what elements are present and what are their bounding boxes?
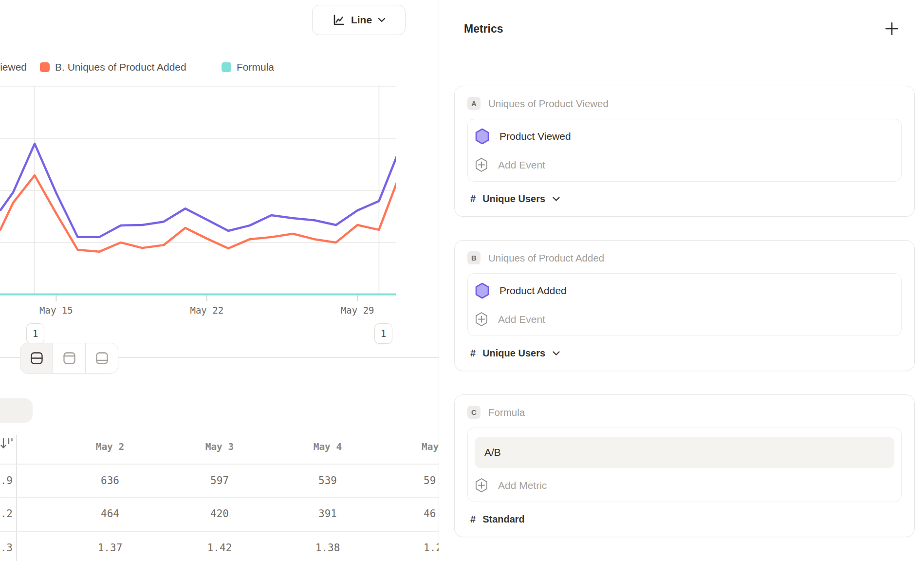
chart-type-label: Line — [351, 14, 372, 26]
sort-descending-icon[interactable] — [0, 437, 14, 450]
formula-input[interactable]: A/B — [475, 437, 894, 468]
layout-split-view-button[interactable] — [20, 343, 53, 373]
chart-pane: Line A. Uniques of Product Viewed B. Uni… — [0, 0, 439, 561]
legend-swatch-c — [222, 62, 231, 72]
annotation-marker-right[interactable]: 1 — [374, 323, 392, 344]
gridlines — [0, 86, 396, 295]
table-cell: 420 — [166, 507, 274, 521]
metric-card-b-header: B Uniques of Product Added — [467, 251, 902, 264]
table-row-border — [0, 497, 439, 498]
number-hash-icon: # — [470, 193, 476, 205]
add-event-label: Add Event — [498, 159, 545, 171]
series-lines — [0, 144, 397, 294]
frozen-cell-clipped: .2 — [0, 507, 13, 521]
number-hash-icon: # — [470, 348, 476, 359]
table-cell: 636 — [56, 474, 164, 487]
table-cell: 1.42 — [166, 541, 274, 555]
layout-table-only-button[interactable] — [85, 343, 118, 373]
chart-type-dropdown[interactable]: Line — [312, 5, 406, 35]
table-cell-clipped: 1.2 — [424, 541, 439, 555]
event-hexagon-icon — [475, 128, 490, 145]
event-row-product-viewed[interactable]: Product Viewed — [475, 128, 894, 145]
chevron-down-icon — [378, 18, 386, 22]
column-header-clipped[interactable]: May — [422, 440, 439, 454]
app-root: Line A. Uniques of Product Viewed B. Uni… — [0, 0, 924, 561]
add-metric-plus-button[interactable] — [884, 20, 900, 37]
frozen-cell-clipped: .3 — [0, 541, 13, 555]
table-cell: 464 — [56, 507, 164, 521]
metric-badge-c: C — [467, 406, 480, 419]
x-axis-label: May 29 — [341, 305, 374, 316]
table-cell: 1.38 — [274, 541, 382, 555]
metric-title-a: Uniques of Product Viewed — [488, 98, 609, 110]
measurement-label-a: Unique Users — [482, 193, 545, 205]
event-hexagon-icon — [475, 282, 490, 299]
measurement-label-c: Standard — [482, 514, 525, 525]
x-axis-label: May 22 — [190, 305, 223, 316]
measurement-label-b: Unique Users — [482, 348, 545, 359]
chevron-down-icon — [552, 196, 560, 202]
add-metric-label: Add Metric — [498, 480, 547, 491]
metric-card-a: A Uniques of Product Viewed Product View… — [454, 86, 915, 217]
table-cell-clipped: 59 — [424, 474, 439, 487]
column-header[interactable]: May 2 — [56, 440, 164, 454]
event-selector-b: Product Added Add Event — [467, 273, 902, 336]
measurement-dropdown-b[interactable]: # Unique Users — [467, 348, 902, 359]
measurement-dropdown-a[interactable]: # Unique Users — [467, 193, 902, 205]
metric-card-a-header: A Uniques of Product Viewed — [467, 97, 902, 110]
event-row-product-added[interactable]: Product Added — [475, 282, 894, 299]
split-view-icon — [30, 352, 44, 365]
add-event-row-a[interactable]: Add Event — [475, 157, 894, 172]
event-label: Product Added — [499, 285, 567, 297]
add-event-hexagon-plus-icon — [475, 157, 488, 172]
event-label: Product Viewed — [499, 131, 571, 142]
line-chart: May 15May 22May 29 — [0, 83, 397, 326]
add-event-row-b[interactable]: Add Event — [475, 312, 894, 327]
legend-label-c: Formula — [237, 61, 274, 73]
column-header[interactable]: May 3 — [166, 440, 274, 454]
event-selector-a: Product Viewed Add Event — [467, 119, 902, 182]
legend-item-c[interactable]: Formula — [222, 61, 274, 73]
add-metric-hexagon-plus-icon — [475, 478, 488, 493]
legend-swatch-b — [40, 62, 50, 72]
metric-cards: A Uniques of Product Viewed Product View… — [454, 86, 915, 537]
legend-label-b: B. Uniques of Product Added — [55, 61, 186, 73]
metric-card-c: C Formula A/B Add Metric # Standar — [454, 394, 915, 537]
legend-item-b[interactable]: B. Uniques of Product Added — [40, 61, 186, 73]
frozen-cell-clipped: .9 — [0, 474, 13, 487]
chevron-down-icon — [552, 351, 560, 356]
plus-icon — [885, 21, 899, 36]
legend-item-a[interactable]: A. Uniques of Product Viewed — [0, 61, 27, 73]
add-metric-row[interactable]: Add Metric — [475, 478, 894, 493]
x-axis: May 15May 22May 29 — [39, 295, 374, 316]
table-cell: 539 — [274, 474, 382, 487]
column-header[interactable]: May 4 — [274, 440, 382, 454]
results-table: May 2May 3May 4May.963659753959.24644203… — [0, 435, 439, 561]
metrics-panel: Metrics A Uniques of Product Viewed — [439, 0, 924, 561]
table-row-border — [0, 464, 439, 465]
metric-badge-a: A — [467, 97, 480, 110]
metrics-title: Metrics — [464, 22, 503, 36]
metrics-panel-header: Metrics — [464, 20, 900, 37]
layout-chart-only-button[interactable] — [53, 343, 85, 373]
table-cell-clipped: 46 — [424, 507, 439, 521]
add-event-hexagon-plus-icon — [475, 312, 488, 327]
table-only-icon — [95, 352, 109, 365]
add-event-label: Add Event — [498, 314, 545, 325]
layout-toggle — [20, 343, 118, 374]
chart-legend: A. Uniques of Product Viewed B. Uniques … — [0, 61, 439, 76]
metric-title-c: Formula — [488, 407, 525, 418]
metric-title-b: Uniques of Product Added — [488, 252, 604, 264]
measurement-row-c[interactable]: # Standard — [467, 514, 902, 525]
table-row-border — [0, 531, 439, 532]
annotation-marker-left[interactable]: 1 — [26, 323, 44, 344]
legend-label-a: A. Uniques of Product Viewed — [0, 61, 27, 73]
metric-card-b: B Uniques of Product Added Product Added — [454, 240, 915, 371]
x-axis-label: May 15 — [39, 305, 73, 316]
table-view-tab[interactable] — [0, 398, 33, 423]
frozen-column-divider — [16, 435, 17, 561]
chart-only-icon — [62, 352, 76, 365]
metric-badge-b: B — [467, 251, 480, 264]
table-cell: 1.37 — [56, 541, 164, 555]
formula-editor: A/B Add Metric — [467, 428, 902, 502]
